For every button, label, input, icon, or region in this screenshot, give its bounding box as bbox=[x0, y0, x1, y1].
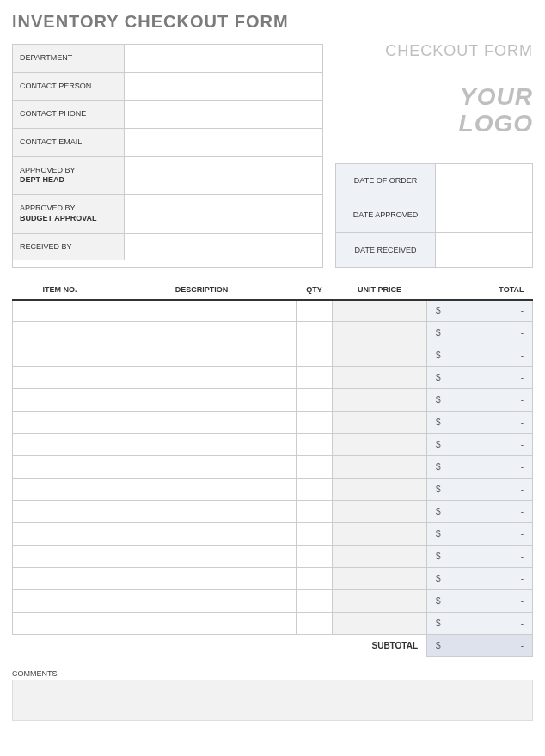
total-symbol: $ bbox=[436, 351, 441, 360]
received-by-row: RECEIVED BY bbox=[13, 234, 322, 261]
table-row: $- bbox=[13, 367, 533, 389]
cell-item-no[interactable] bbox=[13, 344, 107, 367]
department-value[interactable] bbox=[125, 45, 322, 72]
cell-qty[interactable] bbox=[297, 389, 333, 412]
cell-qty[interactable] bbox=[297, 367, 333, 389]
cell-unit-price[interactable] bbox=[333, 479, 427, 501]
cell-item-no[interactable] bbox=[13, 568, 107, 590]
col-description: DESCRIPTION bbox=[107, 282, 297, 300]
cell-unit-price[interactable] bbox=[333, 322, 427, 344]
cell-item-no[interactable] bbox=[13, 546, 107, 568]
cell-qty[interactable] bbox=[297, 344, 333, 367]
contact-email-value[interactable] bbox=[125, 129, 322, 156]
contact-phone-value[interactable] bbox=[125, 101, 322, 128]
cell-unit-price[interactable] bbox=[333, 367, 427, 389]
cell-description[interactable] bbox=[107, 322, 297, 344]
cell-item-no[interactable] bbox=[13, 367, 107, 389]
cell-unit-price[interactable] bbox=[333, 434, 427, 456]
total-value: - bbox=[521, 462, 524, 472]
table-row: $- bbox=[13, 479, 533, 501]
total-symbol: $ bbox=[436, 418, 441, 427]
cell-unit-price[interactable] bbox=[333, 412, 427, 434]
approved-dept-head-value[interactable] bbox=[125, 157, 322, 194]
cell-item-no[interactable] bbox=[13, 300, 107, 322]
contact-email-label: CONTACT EMAIL bbox=[13, 129, 125, 156]
contact-info-block: DEPARTMENT CONTACT PERSON CONTACT PHONE … bbox=[12, 44, 323, 268]
approved-dept-head-label: APPROVED BY DEPT HEAD bbox=[13, 157, 125, 194]
cell-qty[interactable] bbox=[297, 322, 333, 344]
cell-item-no[interactable] bbox=[13, 322, 107, 344]
cell-unit-price[interactable] bbox=[333, 456, 427, 479]
cell-unit-price[interactable] bbox=[333, 613, 427, 635]
cell-item-no[interactable] bbox=[13, 590, 107, 613]
comments-box[interactable] bbox=[12, 680, 533, 721]
cell-unit-price[interactable] bbox=[333, 389, 427, 412]
cell-description[interactable] bbox=[107, 590, 297, 613]
total-value: - bbox=[521, 418, 524, 427]
approved-budget-row: APPROVED BY BUDGET APPROVAL bbox=[13, 195, 322, 233]
cell-item-no[interactable] bbox=[13, 389, 107, 412]
contact-person-value[interactable] bbox=[125, 73, 322, 101]
cell-description[interactable] bbox=[107, 613, 297, 635]
cell-qty[interactable] bbox=[297, 590, 333, 613]
approved-dept-head-row: APPROVED BY DEPT HEAD bbox=[13, 157, 322, 195]
cell-unit-price[interactable] bbox=[333, 344, 427, 367]
cell-unit-price[interactable] bbox=[333, 523, 427, 546]
total-value: - bbox=[521, 306, 524, 315]
subtotal-amount: - bbox=[521, 641, 524, 650]
cell-unit-price[interactable] bbox=[333, 501, 427, 523]
cell-description[interactable] bbox=[107, 568, 297, 590]
cell-description[interactable] bbox=[107, 367, 297, 389]
cell-item-no[interactable] bbox=[13, 456, 107, 479]
cell-unit-price[interactable] bbox=[333, 546, 427, 568]
table-row: $- bbox=[13, 322, 533, 344]
cell-qty[interactable] bbox=[297, 546, 333, 568]
cell-qty[interactable] bbox=[297, 568, 333, 590]
contact-email-row: CONTACT EMAIL bbox=[13, 129, 322, 157]
cell-unit-price[interactable] bbox=[333, 300, 427, 322]
cell-qty[interactable] bbox=[297, 501, 333, 523]
cell-description[interactable] bbox=[107, 344, 297, 367]
table-row: $- bbox=[13, 501, 533, 523]
contact-email-label-text: CONTACT EMAIL bbox=[20, 137, 82, 146]
date-order-value[interactable] bbox=[436, 164, 532, 198]
cell-item-no[interactable] bbox=[13, 501, 107, 523]
cell-qty[interactable] bbox=[297, 523, 333, 546]
cell-description[interactable] bbox=[107, 456, 297, 479]
cell-item-no[interactable] bbox=[13, 412, 107, 434]
cell-qty[interactable] bbox=[297, 412, 333, 434]
date-received-row: DATE RECEIVED bbox=[336, 233, 532, 267]
cell-qty[interactable] bbox=[297, 434, 333, 456]
cell-qty[interactable] bbox=[297, 613, 333, 635]
cell-description[interactable] bbox=[107, 434, 297, 456]
comments-label: COMMENTS bbox=[12, 669, 533, 678]
cell-item-no[interactable] bbox=[13, 613, 107, 635]
total-value: - bbox=[521, 619, 524, 628]
cell-description[interactable] bbox=[107, 479, 297, 501]
cell-total: $- bbox=[427, 434, 533, 456]
cell-description[interactable] bbox=[107, 300, 297, 322]
cell-item-no[interactable] bbox=[13, 434, 107, 456]
cell-description[interactable] bbox=[107, 412, 297, 434]
cell-unit-price[interactable] bbox=[333, 590, 427, 613]
cell-description[interactable] bbox=[107, 501, 297, 523]
cell-qty[interactable] bbox=[297, 456, 333, 479]
cell-item-no[interactable] bbox=[13, 523, 107, 546]
cell-description[interactable] bbox=[107, 389, 297, 412]
table-row: $- bbox=[13, 389, 533, 412]
cell-item-no[interactable] bbox=[13, 479, 107, 501]
received-by-value[interactable] bbox=[125, 234, 322, 261]
table-row: $- bbox=[13, 344, 533, 367]
cell-description[interactable] bbox=[107, 546, 297, 568]
subtotal-row: SUBTOTAL $ - bbox=[13, 635, 533, 657]
total-symbol: $ bbox=[436, 507, 441, 516]
cell-unit-price[interactable] bbox=[333, 568, 427, 590]
date-approved-value[interactable] bbox=[436, 198, 532, 232]
cell-description[interactable] bbox=[107, 523, 297, 546]
date-received-value[interactable] bbox=[436, 233, 532, 267]
approved-budget-value[interactable] bbox=[125, 195, 322, 232]
cell-qty[interactable] bbox=[297, 300, 333, 322]
cell-qty[interactable] bbox=[297, 479, 333, 501]
table-row: $- bbox=[13, 613, 533, 635]
cell-total: $- bbox=[427, 456, 533, 479]
